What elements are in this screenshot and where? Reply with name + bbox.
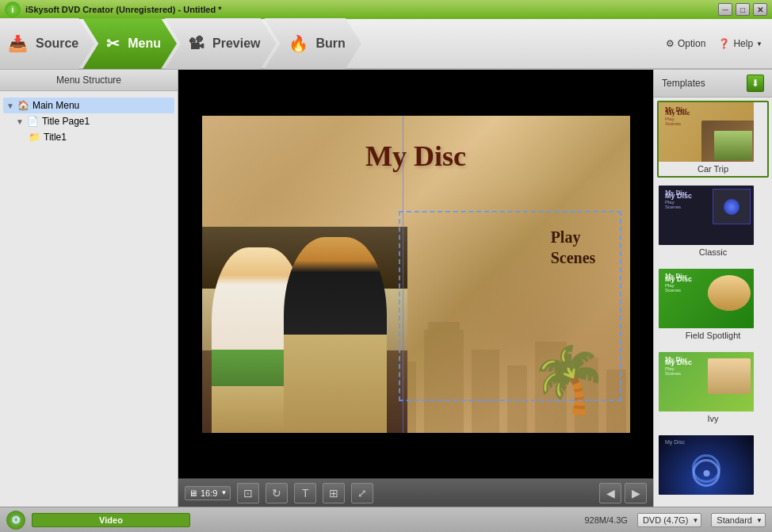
- left-panel: Menu Structure ▼ 🏠 Main Menu ▼ 📄 Title P…: [0, 70, 178, 507]
- center-area: My Disc Play Scenes 🌴 🖥 16:9 ▼: [178, 70, 653, 507]
- right-panel: Templates ⬇ My Disc PlayScenes Car Trip: [653, 70, 772, 507]
- screen-icon: 🖥: [189, 488, 197, 498]
- preview-toolbar: 🖥 16:9 ▼ ⊡ ↻ T ⊞ ⤢ ◀ ▶: [178, 478, 653, 507]
- tab-burn-label: Burn: [316, 36, 346, 51]
- home-icon: 🏠: [17, 100, 29, 111]
- main-menu-label: Main Menu: [32, 100, 79, 111]
- title-bar-controls: ─ □ ✕: [718, 3, 767, 16]
- templates-header: Templates ⬇: [654, 70, 772, 98]
- option-label: Option: [678, 38, 705, 49]
- tab-menu-label: Menu: [128, 36, 161, 51]
- main-content: Menu Structure ▼ 🏠 Main Menu ▼ 📄 Title P…: [0, 70, 772, 507]
- template-car-trip-thumb: My Disc PlayScenes: [659, 102, 754, 162]
- template-5[interactable]: My Disc: [657, 434, 769, 501]
- template-field-thumb: My Disc PlayScenes: [659, 269, 754, 328]
- option-button[interactable]: ⚙ Option: [666, 38, 705, 49]
- template-ivy[interactable]: My Disc PlayScenes Ivy: [657, 350, 769, 427]
- template-5-name: [659, 495, 767, 499]
- tree-item-title1[interactable]: 📁 Title1: [3, 129, 174, 145]
- center-line: [403, 116, 403, 433]
- tab-burn[interactable]: 🔥 Burn: [265, 18, 361, 69]
- expand-chevron-2: ▼: [16, 117, 24, 126]
- window-title: iSkysoft DVD Creator (Unregistered) - Un…: [25, 5, 222, 14]
- help-chevron-icon: ▼: [756, 40, 762, 48]
- template-field-spotlight[interactable]: My Disc PlayScenes Field Spotlight: [657, 267, 769, 344]
- template-5-thumb: My Disc: [659, 435, 754, 495]
- gear-icon: ⚙: [666, 38, 675, 49]
- dvd-type-selector[interactable]: DVD (4.7G): [637, 513, 701, 527]
- toolbar-right: ⚙ Option ❓ Help ▼: [666, 38, 772, 49]
- status-progress-bar: Video: [32, 513, 190, 527]
- expand-chevron: ▼: [6, 101, 14, 110]
- tab-source[interactable]: 📥 Source: [0, 18, 94, 69]
- align-button[interactable]: ⊡: [237, 483, 259, 503]
- status-bar: 💿 Video 928M/4.3G DVD (4.7G) Standard: [0, 507, 772, 532]
- folder-icon: 📁: [29, 132, 40, 143]
- text-button[interactable]: T: [294, 483, 316, 503]
- next-button[interactable]: ▶: [625, 483, 647, 503]
- grid-button[interactable]: ⊞: [323, 483, 345, 503]
- template-ivy-name: Ivy: [659, 411, 767, 426]
- title-bar-left: i iSkysoft DVD Creator (Unregistered) - …: [5, 2, 222, 17]
- aspect-ratio-selector[interactable]: 🖥 16:9 ▼: [185, 486, 231, 500]
- quality-selector[interactable]: Standard: [711, 513, 766, 527]
- template-car-trip[interactable]: My Disc PlayScenes Car Trip: [657, 101, 769, 178]
- rotate-button[interactable]: ↻: [266, 483, 288, 503]
- burn-icon: 🔥: [289, 34, 308, 53]
- tree-item-title-page1[interactable]: ▼ 📄 Title Page1: [3, 113, 174, 129]
- aspect-ratio-value: 16:9: [201, 488, 217, 498]
- dvd-left-video: [202, 227, 407, 433]
- template-car-trip-name: Car Trip: [659, 162, 767, 176]
- tree-area: ▼ 🏠 Main Menu ▼ 📄 Title Page1 📁 Title1: [0, 91, 178, 507]
- close-button[interactable]: ✕: [753, 3, 767, 16]
- tab-menu[interactable]: ✂ Menu: [82, 18, 177, 69]
- source-icon: 📥: [8, 34, 28, 53]
- scale-button[interactable]: ⤢: [351, 483, 373, 503]
- help-button[interactable]: ❓ Help ▼: [718, 38, 762, 49]
- help-label: Help: [733, 38, 753, 49]
- status-info: 928M/4.3G DVD (4.7G) Standard: [584, 513, 766, 527]
- help-icon: ❓: [718, 38, 730, 49]
- templates-label: Templates: [662, 78, 705, 89]
- aspect-chevron-icon: ▼: [220, 489, 227, 496]
- tree-item-main-menu[interactable]: ▼ 🏠 Main Menu: [3, 98, 174, 113]
- status-disc-icon: 💿: [6, 511, 25, 530]
- title-page1-label: Title Page1: [42, 116, 90, 127]
- dvd-menu-preview: My Disc Play Scenes 🌴: [202, 116, 630, 433]
- storage-info: 928M/4.3G: [584, 515, 627, 525]
- dvd-menu-title: My Disc: [202, 140, 630, 173]
- template-classic-name: Classic: [659, 245, 767, 259]
- tab-preview[interactable]: 📽 Preview: [165, 18, 276, 69]
- app-icon: i: [5, 2, 21, 17]
- minimize-button[interactable]: ─: [718, 3, 732, 16]
- template-classic[interactable]: My Disc PlayScenes Classic: [657, 184, 769, 261]
- status-video-label: Video: [32, 514, 189, 526]
- tab-source-label: Source: [36, 36, 78, 51]
- preview-icon: 📽: [189, 35, 204, 53]
- tab-preview-label: Preview: [212, 36, 260, 51]
- preview-area[interactable]: My Disc Play Scenes 🌴: [178, 70, 653, 478]
- menu-structure-header: Menu Structure: [0, 70, 178, 91]
- nav-arrows: ◀ ▶: [599, 483, 647, 503]
- template-field-name: Field Spotlight: [659, 328, 767, 343]
- maximize-button[interactable]: □: [736, 3, 750, 16]
- template-classic-thumb: My Disc PlayScenes: [659, 186, 754, 245]
- people-scene: [202, 227, 407, 433]
- toolbar: 📥 Source ✂ Menu 📽 Preview 🔥 Burn ⚙ Optio…: [0, 19, 772, 70]
- prev-button[interactable]: ◀: [599, 483, 621, 503]
- selection-box[interactable]: [399, 211, 621, 401]
- templates-list[interactable]: My Disc PlayScenes Car Trip My Disc Play…: [654, 98, 772, 507]
- page-icon: 📄: [27, 116, 39, 127]
- download-button[interactable]: ⬇: [747, 75, 764, 92]
- title-bar: i iSkysoft DVD Creator (Unregistered) - …: [0, 0, 772, 19]
- template-ivy-thumb: My Disc PlayScenes: [659, 352, 754, 411]
- title1-label: Title1: [44, 132, 67, 143]
- menu-icon: ✂: [106, 34, 120, 53]
